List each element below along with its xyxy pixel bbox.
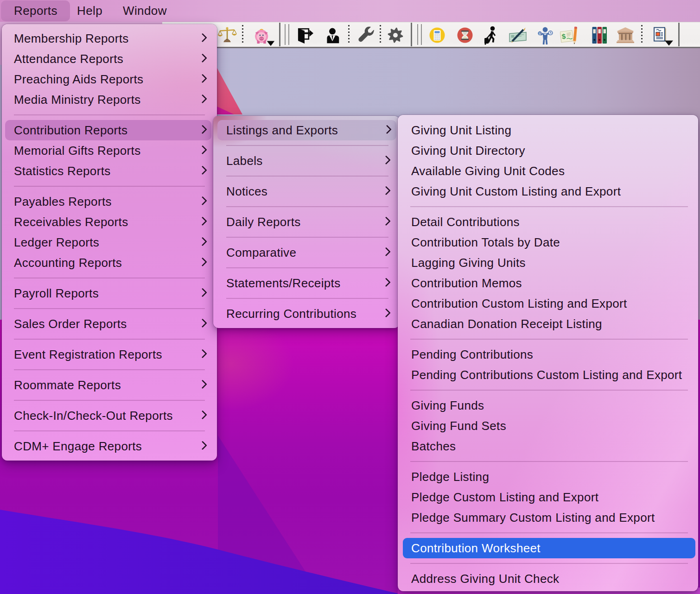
svg-text:$: $ xyxy=(539,32,541,36)
